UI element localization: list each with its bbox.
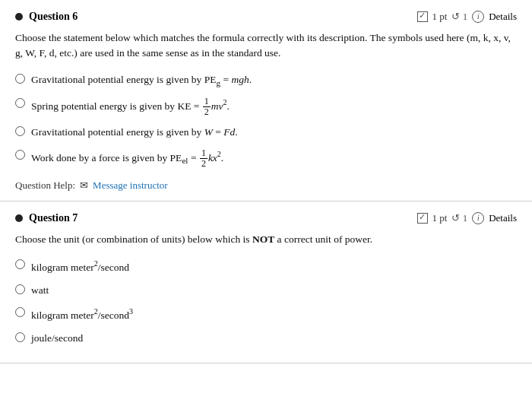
question-7-options: kilogram meter2/second watt kilogram met… [15, 258, 517, 346]
help-label: Question Help: [15, 179, 75, 192]
info-icon[interactable]: i [472, 11, 484, 23]
question-6-block: Question 6 1 pt ↺ 1 i Details Choose the… [0, 0, 532, 202]
question-7-meta: 1 pt ↺ 1 i Details [417, 212, 517, 224]
option-q7o3-text: kilogram meter2/second3 [31, 306, 133, 323]
option-q7o4-text: joule/second [31, 331, 83, 346]
option-q6o4-text: Work done by a force is given by PEel = … [31, 148, 223, 169]
question-7-points: 1 pt [432, 212, 448, 224]
question-7-bullet [15, 214, 23, 222]
radio-option-q7o4[interactable] [15, 332, 25, 342]
list-item: kilogram meter2/second3 [15, 306, 517, 323]
list-item: kilogram meter2/second [15, 258, 517, 275]
check-icon-q7 [417, 213, 428, 224]
question-7-label: Question 7 [29, 212, 78, 224]
list-item: Work done by a force is given by PEel = … [15, 148, 517, 169]
question-6-bullet [15, 13, 23, 21]
question-7-header: Question 7 1 pt ↺ 1 i Details [15, 212, 517, 224]
radio-option-q6o4[interactable] [15, 150, 25, 160]
question-6-label: Question 6 [29, 11, 78, 23]
question-6-title: Question 6 [15, 11, 78, 23]
details-link-q7[interactable]: Details [489, 212, 517, 224]
message-instructor-link[interactable]: Message instructor [93, 179, 168, 192]
question-6-help: Question Help: ✉ Message instructor [15, 179, 517, 192]
radio-option-q6o3[interactable] [15, 126, 25, 136]
details-link[interactable]: Details [489, 11, 517, 23]
question-6-options: Gravitational potential energy is given … [15, 72, 517, 170]
option-q7o2-text: watt [31, 283, 49, 298]
question-6-header: Question 6 1 pt ↺ 1 i Details [15, 11, 517, 23]
undo-icon[interactable]: ↺ 1 [451, 11, 467, 23]
info-icon-q7[interactable]: i [472, 212, 484, 224]
question-6-meta: 1 pt ↺ 1 i Details [417, 11, 517, 23]
radio-option-q6o2[interactable] [15, 98, 25, 108]
list-item: Gravitational potential energy is given … [15, 72, 517, 90]
check-icon [417, 11, 428, 22]
question-7-title: Question 7 [15, 212, 78, 224]
radio-option-q6o1[interactable] [15, 74, 25, 84]
undo-icon-q7[interactable]: ↺ 1 [451, 212, 467, 224]
question-7-description: Choose the unit (or combination of units… [15, 232, 517, 247]
radio-option-q7o2[interactable] [15, 284, 25, 294]
question-7-block: Question 7 1 pt ↺ 1 i Details Choose the… [0, 202, 532, 363]
option-q6o3-text: Gravitational potential energy is given … [31, 125, 238, 140]
list-item: joule/second [15, 331, 517, 346]
list-item: watt [15, 283, 517, 298]
list-item: Gravitational potential energy is given … [15, 125, 517, 140]
option-q7o1-text: kilogram meter2/second [31, 258, 129, 275]
list-item: Spring potential energy is given by KE =… [15, 97, 517, 117]
option-q6o1-text: Gravitational potential energy is given … [31, 72, 252, 90]
option-q6o2-text: Spring potential energy is given by KE =… [31, 97, 230, 117]
question-6-points: 1 pt [432, 11, 448, 23]
radio-option-q7o3[interactable] [15, 307, 25, 317]
radio-option-q7o1[interactable] [15, 259, 25, 269]
question-6-description: Choose the statement below which matches… [15, 30, 517, 62]
mail-icon: ✉ [80, 179, 88, 192]
